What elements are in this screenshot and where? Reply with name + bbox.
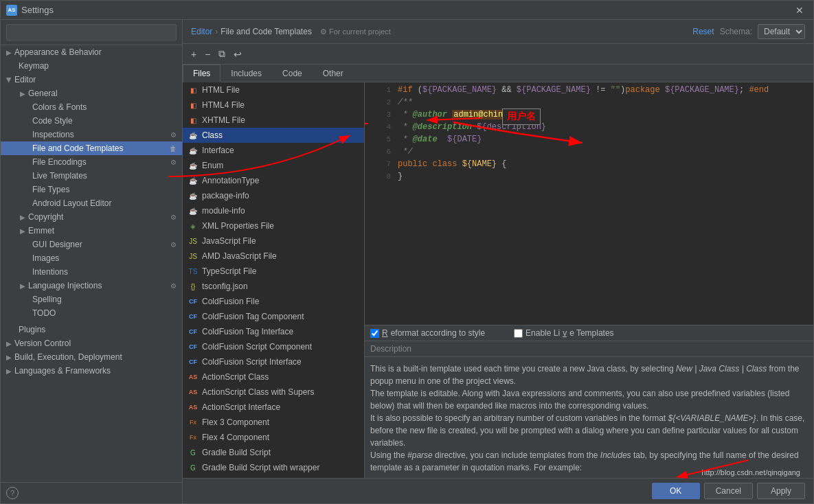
cancel-button[interactable]: Cancel bbox=[704, 483, 753, 499]
template-label: ActionScript Class bbox=[202, 372, 269, 382]
template-item-html[interactable]: ◧ HTML File bbox=[183, 82, 364, 98]
template-item-pkg-info[interactable]: ☕ package-info bbox=[183, 188, 364, 203]
template-item-as-supers[interactable]: AS ActionScript Class with Supers bbox=[183, 385, 364, 400]
sidebar-item-lang-frameworks[interactable]: ▶ Languages & Frameworks bbox=[1, 364, 182, 378]
live-templates-checkbox[interactable] bbox=[514, 329, 523, 338]
description-text: This is a built-in template used each ti… bbox=[365, 357, 813, 478]
template-label: ColdFusion Script Component bbox=[202, 342, 312, 352]
add-template-button[interactable]: + bbox=[188, 47, 199, 61]
template-item-flex4[interactable]: Fx Flex 4 Component bbox=[183, 430, 364, 445]
sidebar-item-plugins[interactable]: Plugins bbox=[1, 323, 182, 336]
sidebar-item-code-style[interactable]: Code Style bbox=[1, 114, 182, 128]
schema-select[interactable]: Default Project bbox=[758, 24, 805, 39]
template-item-gradle[interactable]: G Gradle Build Script bbox=[183, 445, 364, 460]
sidebar-item-build[interactable]: ▶ Build, Execution, Deployment bbox=[1, 350, 182, 364]
sidebar-item-file-types[interactable]: File Types bbox=[1, 183, 182, 196]
settings-window: AS Settings ✕ ▶ Appearance & Behavior Ke… bbox=[0, 0, 814, 504]
template-item-cf-script-int[interactable]: CF ColdFusion Script Interface bbox=[183, 354, 364, 369]
template-item-js[interactable]: JS JavaScript File bbox=[183, 233, 364, 249]
sidebar-item-editor[interactable]: ▶ Editor bbox=[1, 73, 182, 87]
template-item-cf[interactable]: CF ColdFusion File bbox=[183, 294, 364, 309]
apply-button[interactable]: Apply bbox=[757, 483, 805, 499]
search-box bbox=[1, 20, 182, 45]
sidebar-item-gui[interactable]: GUI Designer ⚙ bbox=[1, 238, 182, 251]
template-item-gradle-wrapper[interactable]: G Gradle Build Script with wrapper bbox=[183, 460, 364, 475]
indicator: ⚙ bbox=[170, 131, 177, 139]
indicator: ⚙ bbox=[170, 159, 177, 166]
reformat-checkbox[interactable] bbox=[370, 329, 379, 338]
breadcrumb-right: Reset Schema: Default Project bbox=[692, 24, 805, 39]
code-text: */ bbox=[398, 147, 413, 157]
line-number: 6 bbox=[370, 148, 391, 156]
sidebar-item-inspections[interactable]: Inspections ⚙ bbox=[1, 128, 182, 141]
gradle-icon: G bbox=[188, 463, 198, 472]
sidebar-item-file-encodings[interactable]: File Encodings ⚙ bbox=[1, 155, 182, 169]
sidebar-item-android-layout[interactable]: Android Layout Editor bbox=[1, 196, 182, 210]
template-item-mod-info[interactable]: ☕ module-info bbox=[183, 203, 364, 218]
code-line-8: 8 } bbox=[365, 172, 813, 184]
indicator: ⚙ bbox=[170, 282, 177, 290]
sidebar-item-vcs[interactable]: ▶ Version Control bbox=[1, 336, 182, 350]
gradle-icon: G bbox=[188, 448, 198, 457]
sidebar-item-appearance[interactable]: ▶ Appearance & Behavior bbox=[1, 45, 182, 59]
search-input[interactable] bbox=[6, 24, 177, 41]
template-item-html4[interactable]: ◧ HTML4 File bbox=[183, 98, 364, 113]
sidebar-item-spelling[interactable]: Spelling bbox=[1, 293, 182, 306]
live-underline: v bbox=[563, 328, 567, 338]
live-templates-checkbox-label[interactable]: Enable Live Templates bbox=[514, 328, 614, 338]
sidebar-item-general[interactable]: ▶ General bbox=[1, 87, 182, 100]
template-item-cf-script-comp[interactable]: CF ColdFusion Script Component bbox=[183, 339, 364, 354]
template-item-xml-props[interactable]: ◈ XML Properties File bbox=[183, 218, 364, 233]
tab-files[interactable]: Files bbox=[183, 65, 221, 82]
flex-icon: Fx bbox=[188, 433, 198, 442]
template-item-ts[interactable]: TS TypeScript File bbox=[183, 264, 364, 279]
sidebar-item-colors[interactable]: Colors & Fonts bbox=[1, 100, 182, 114]
reset-button[interactable]: Reset bbox=[692, 27, 714, 36]
close-button[interactable]: ✕ bbox=[791, 3, 808, 17]
template-item-tsconfig[interactable]: {} tsconfig.json bbox=[183, 279, 364, 294]
tab-includes[interactable]: Includes bbox=[221, 65, 272, 82]
copy-template-button[interactable]: ⧉ bbox=[216, 47, 228, 61]
template-item-flex3[interactable]: Fx Flex 3 Component bbox=[183, 415, 364, 430]
titlebar-left: AS Settings bbox=[6, 5, 54, 16]
sidebar-item-live-templates[interactable]: Live Templates bbox=[1, 169, 182, 183]
sidebar-item-keymap[interactable]: Keymap bbox=[1, 59, 182, 73]
code-editor[interactable]: 1 #if (${PACKAGE_NAME} && ${PACKAGE_NAME… bbox=[365, 82, 813, 325]
template-item-cf-tag-int[interactable]: CF ColdFusion Tag Interface bbox=[183, 324, 364, 339]
reformat-checkbox-label[interactable]: Reformat according to style bbox=[370, 328, 485, 338]
code-line-3: 3 * @author admin@china.com| bbox=[365, 110, 813, 122]
template-item-enum[interactable]: ☕ Enum bbox=[183, 158, 364, 173]
template-item-cf-tag-comp[interactable]: CF ColdFusion Tag Component bbox=[183, 309, 364, 324]
js-icon: JS bbox=[188, 236, 198, 246]
sidebar-item-intentions[interactable]: Intentions bbox=[1, 265, 182, 279]
template-item-as-interface[interactable]: AS ActionScript Interface bbox=[183, 400, 364, 415]
template-label: Class bbox=[202, 130, 223, 140]
template-item-interface[interactable]: ☕ Interface bbox=[183, 143, 364, 158]
live-templates-text2: e Templates bbox=[569, 328, 613, 338]
tab-code[interactable]: Code bbox=[272, 65, 313, 82]
breadcrumb-root[interactable]: Editor bbox=[191, 27, 212, 36]
tab-other[interactable]: Other bbox=[313, 65, 354, 82]
sidebar-item-lang-injections[interactable]: ▶ Language Injections ⚙ bbox=[1, 279, 182, 293]
sidebar-item-file-templates[interactable]: File and Code Templates 🗑 bbox=[1, 141, 182, 155]
help-button[interactable]: ? bbox=[6, 487, 19, 499]
sidebar-label: Languages & Frameworks bbox=[14, 366, 111, 376]
template-label: TypeScript File bbox=[202, 266, 256, 276]
sidebar-item-copyright[interactable]: ▶ Copyright ⚙ bbox=[1, 210, 182, 224]
sidebar-item-todo[interactable]: TODO bbox=[1, 306, 182, 320]
main-content: ▶ Appearance & Behavior Keymap ▶ Editor … bbox=[1, 20, 813, 503]
sidebar-label: Copyright bbox=[28, 212, 63, 222]
template-item-annotation[interactable]: ☕ AnnotationType bbox=[183, 173, 364, 188]
sidebar-item-images[interactable]: Images bbox=[1, 251, 182, 265]
restore-template-button[interactable]: ↩ bbox=[231, 47, 245, 61]
template-item-as-class[interactable]: AS ActionScript Class bbox=[183, 369, 364, 385]
sidebar-item-emmet[interactable]: ▶ Emmet bbox=[1, 224, 182, 238]
template-item-class[interactable]: ☕ Class bbox=[183, 128, 364, 143]
template-item-xhtml[interactable]: ◧ XHTML File bbox=[183, 113, 364, 128]
ok-button[interactable]: OK bbox=[652, 483, 700, 499]
as-icon: AS bbox=[188, 402, 198, 412]
template-label: ColdFusion File bbox=[202, 297, 259, 306]
remove-template-button[interactable]: − bbox=[202, 47, 213, 61]
template-item-amd-js[interactable]: JS AMD JavaScript File bbox=[183, 249, 364, 264]
cf-icon: CF bbox=[188, 342, 198, 352]
